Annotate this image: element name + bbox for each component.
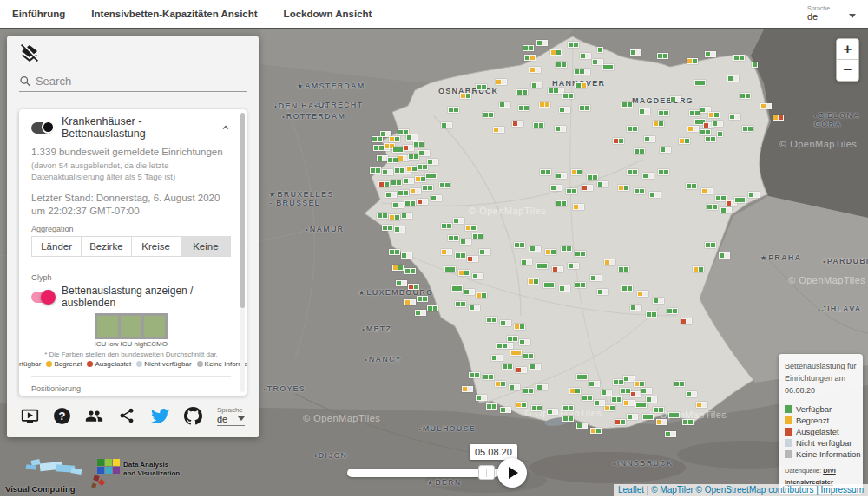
hospital-glyph-marker[interactable] — [576, 374, 588, 380]
video-tutorial-icon[interactable] — [21, 407, 39, 425]
hospital-glyph-marker[interactable] — [543, 282, 555, 288]
hospital-glyph-marker[interactable] — [644, 136, 655, 142]
hospital-glyph-marker[interactable] — [377, 213, 388, 219]
hospital-glyph-marker[interactable] — [562, 405, 574, 411]
hospital-glyph-marker[interactable] — [618, 185, 629, 191]
hospital-glyph-marker[interactable] — [370, 167, 381, 174]
hospital-glyph-marker[interactable] — [592, 59, 603, 65]
hospital-glyph-marker[interactable] — [539, 102, 550, 108]
hospital-glyph-marker[interactable] — [667, 308, 678, 314]
hospital-glyph-marker[interactable] — [589, 381, 600, 387]
hospital-glyph-marker[interactable] — [694, 80, 706, 86]
hospital-glyph-marker[interactable] — [740, 93, 751, 99]
card-scrollbar[interactable] — [240, 113, 245, 392]
hospital-glyph-marker[interactable] — [641, 388, 652, 394]
hospital-glyph-marker[interactable] — [550, 185, 562, 191]
hospital-glyph-marker[interactable] — [773, 115, 784, 121]
hospital-glyph-marker[interactable] — [646, 396, 657, 403]
hospital-glyph-marker[interactable] — [653, 121, 664, 127]
hospital-glyph-marker[interactable] — [507, 336, 518, 342]
github-icon[interactable] — [184, 407, 202, 425]
divi-link[interactable]: DIVI — [823, 467, 836, 475]
hospital-glyph-marker[interactable] — [476, 292, 487, 298]
hospital-glyph-marker[interactable] — [579, 105, 590, 111]
hospital-glyph-marker[interactable] — [760, 103, 772, 109]
hospital-glyph-marker[interactable] — [404, 200, 416, 206]
hospital-glyph-marker[interactable] — [580, 53, 591, 59]
chevron-up-icon[interactable] — [220, 122, 231, 133]
hospital-glyph-marker[interactable] — [590, 428, 602, 434]
hospital-glyph-marker[interactable] — [431, 195, 442, 201]
hospital-glyph-marker[interactable] — [621, 285, 633, 292]
hospital-glyph-marker[interactable] — [536, 384, 548, 390]
hospital-glyph-marker[interactable] — [533, 122, 544, 128]
hospital-glyph-marker[interactable] — [455, 252, 466, 259]
hospital-glyph-marker[interactable] — [668, 412, 680, 418]
hospital-glyph-marker[interactable] — [479, 249, 490, 255]
glyph-visibility-toggle[interactable] — [31, 292, 54, 303]
hospital-glyph-marker[interactable] — [545, 249, 556, 255]
hospital-glyph-marker[interactable] — [658, 110, 669, 116]
hospital-glyph-marker[interactable] — [523, 353, 534, 359]
hospital-glyph-marker[interactable] — [727, 75, 739, 82]
hospital-glyph-marker[interactable] — [536, 263, 548, 269]
hospital-glyph-marker[interactable] — [483, 374, 494, 380]
hospital-glyph-marker[interactable] — [656, 419, 667, 425]
hospital-glyph-marker[interactable] — [458, 270, 470, 276]
hospital-glyph-marker[interactable] — [566, 188, 577, 194]
hospital-glyph-marker[interactable] — [516, 402, 527, 408]
hospital-glyph-marker[interactable] — [630, 49, 641, 56]
hospital-glyph-marker[interactable] — [385, 192, 397, 198]
hospital-glyph-marker[interactable] — [441, 249, 452, 255]
hospital-glyph-marker[interactable] — [679, 138, 690, 144]
hospital-glyph-marker[interactable] — [658, 169, 669, 175]
hospital-glyph-marker[interactable] — [742, 126, 753, 132]
hospital-glyph-marker[interactable] — [495, 381, 506, 387]
timeline-handle[interactable] — [478, 465, 495, 480]
hospital-glyph-marker[interactable] — [486, 403, 497, 410]
hospital-glyph-marker[interactable] — [705, 51, 716, 57]
hospital-glyph-marker[interactable] — [682, 419, 694, 425]
hospital-glyph-marker[interactable] — [444, 266, 456, 272]
hospital-glyph-marker[interactable] — [687, 58, 698, 64]
hospital-glyph-marker[interactable] — [510, 350, 522, 356]
hospital-glyph-marker[interactable] — [472, 233, 483, 239]
language-select-top[interactable]: Sprache de — [807, 5, 856, 23]
hospital-glyph-marker[interactable] — [707, 204, 718, 210]
hospital-glyph-marker[interactable] — [552, 266, 563, 272]
hospital-glyph-marker[interactable] — [509, 384, 520, 390]
hospital-glyph-marker[interactable] — [576, 423, 588, 429]
hospital-glyph-marker[interactable] — [514, 242, 525, 248]
aggregation-button-kreise[interactable]: Kreise — [132, 236, 181, 257]
hospital-glyph-marker[interactable] — [536, 40, 548, 46]
hospital-glyph-marker[interactable] — [653, 407, 664, 413]
hospital-glyph-marker[interactable] — [401, 213, 412, 219]
hospital-glyph-marker[interactable] — [575, 251, 586, 257]
zoom-in-button[interactable]: + — [837, 39, 858, 60]
map-canvas[interactable]: © OpenMapTiles© OpenMapTiles© OpenMapTil… — [0, 28, 868, 496]
hospital-glyph-marker[interactable] — [417, 164, 428, 170]
hospital-glyph-marker[interactable] — [556, 173, 567, 179]
hospital-glyph-marker[interactable] — [635, 402, 647, 408]
attribution[interactable]: Leaflet | © MapTiler © OpenStreetMap con… — [614, 484, 868, 496]
hospital-glyph-marker[interactable] — [417, 199, 428, 205]
hospital-glyph-marker[interactable] — [582, 185, 593, 191]
hospital-glyph-marker[interactable] — [491, 355, 503, 361]
hospital-glyph-marker[interactable] — [404, 268, 416, 274]
hospital-glyph-marker[interactable] — [408, 284, 419, 290]
hospital-glyph-marker[interactable] — [516, 367, 527, 373]
hospital-glyph-marker[interactable] — [476, 395, 487, 401]
hospital-glyph-marker[interactable] — [499, 102, 510, 108]
visual-computing-logo[interactable]: Visual Computing — [5, 458, 99, 494]
hospital-glyph-marker[interactable] — [518, 105, 529, 111]
hospital-glyph-marker[interactable] — [502, 364, 513, 370]
hospital-glyph-marker[interactable] — [389, 136, 400, 142]
hospital-glyph-marker[interactable] — [634, 188, 645, 194]
hospital-glyph-marker[interactable] — [634, 148, 645, 154]
hospital-glyph-marker[interactable] — [469, 305, 480, 311]
hospital-glyph-marker[interactable] — [451, 285, 463, 292]
hospital-glyph-marker[interactable] — [611, 396, 622, 403]
hospital-glyph-marker[interactable] — [529, 246, 541, 252]
hospital-glyph-marker[interactable] — [573, 204, 584, 210]
hospital-glyph-marker[interactable] — [427, 159, 438, 165]
